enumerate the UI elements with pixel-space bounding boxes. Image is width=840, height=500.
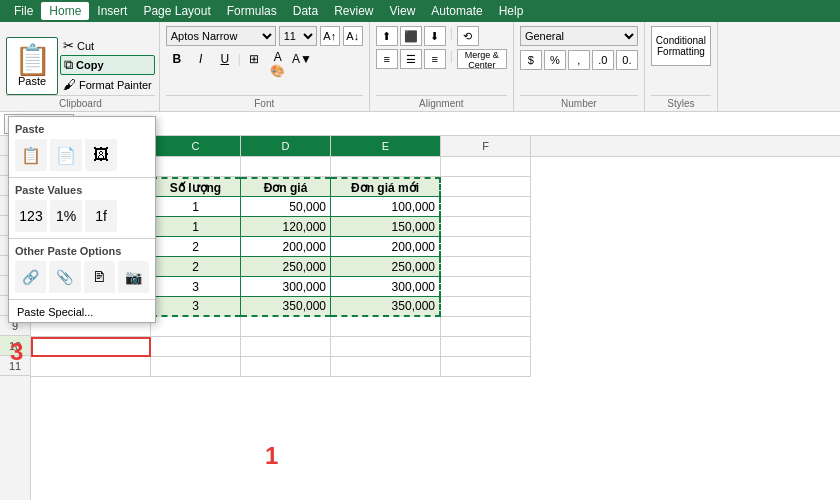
fill-color-button[interactable]: A🎨 <box>267 49 289 69</box>
increase-decimal-button[interactable]: .0 <box>592 50 614 70</box>
cell-B10[interactable] <box>31 337 151 357</box>
paste-option-2[interactable]: 📄 <box>50 139 82 171</box>
paste-values-option-2[interactable]: 1% <box>50 200 82 232</box>
cell-D9[interactable] <box>241 317 331 337</box>
cell-C9[interactable] <box>151 317 241 337</box>
cell-E7[interactable]: 300,000 <box>331 277 441 297</box>
formula-input[interactable] <box>104 114 836 134</box>
other-paste-option-1[interactable]: 🔗 <box>15 261 46 293</box>
cell-C7[interactable]: 3 <box>151 277 241 297</box>
conditional-formatting-button[interactable]: Conditional Formatting <box>651 26 711 66</box>
paste-values-option-3[interactable]: 1f <box>85 200 117 232</box>
paste-button[interactable]: 📋 Paste <box>6 37 58 95</box>
cut-button[interactable]: ✂ Cut <box>60 37 155 54</box>
cell-F10[interactable] <box>441 337 531 357</box>
cell-E6[interactable]: 250,000 <box>331 257 441 277</box>
cell-C2[interactable]: Số lượng <box>151 177 241 197</box>
paste-option-3[interactable]: 🖼 <box>85 139 117 171</box>
align-top-button[interactable]: ⬆ <box>376 26 398 46</box>
menu-insert[interactable]: Insert <box>89 2 135 20</box>
font-size-select[interactable]: 11 <box>279 26 317 46</box>
menu-formulas[interactable]: Formulas <box>219 2 285 20</box>
cell-C4[interactable]: 1 <box>151 217 241 237</box>
menu-data[interactable]: Data <box>285 2 326 20</box>
cell-F6[interactable] <box>441 257 531 277</box>
cell-E5[interactable]: 200,000 <box>331 237 441 257</box>
cell-F7[interactable] <box>441 277 531 297</box>
menu-home[interactable]: Home <box>41 2 89 20</box>
cell-E8[interactable]: 350,000 <box>331 297 441 317</box>
underline-button[interactable]: U <box>214 49 236 69</box>
cell-D5[interactable]: 200,000 <box>241 237 331 257</box>
cell-C10[interactable] <box>151 337 241 357</box>
other-paste-option-2[interactable]: 📎 <box>49 261 80 293</box>
cell-C5[interactable]: 2 <box>151 237 241 257</box>
menu-automate[interactable]: Automate <box>423 2 490 20</box>
other-paste-option-4[interactable]: 📷 <box>118 261 149 293</box>
cell-C3[interactable]: 1 <box>151 197 241 217</box>
menu-help[interactable]: Help <box>491 2 532 20</box>
cell-B11[interactable] <box>31 357 151 377</box>
wrap-text-button[interactable]: ⟲ <box>457 26 479 46</box>
cell-E1[interactable] <box>331 157 441 177</box>
number-format-select[interactable]: General <box>520 26 638 46</box>
cell-E10[interactable] <box>331 337 441 357</box>
other-paste-option-3[interactable]: 🖹 <box>84 261 115 293</box>
border-button[interactable]: ⊞ <box>243 49 265 69</box>
cell-D6[interactable]: 250,000 <box>241 257 331 277</box>
cell-D3[interactable]: 50,000 <box>241 197 331 217</box>
cell-C6[interactable]: 2 <box>151 257 241 277</box>
cell-E11[interactable] <box>331 357 441 377</box>
cell-C1[interactable] <box>151 157 241 177</box>
cell-D2[interactable]: Đơn giá <box>241 177 331 197</box>
menu-file[interactable]: File <box>6 2 41 20</box>
cell-F4[interactable] <box>441 217 531 237</box>
cell-D8[interactable]: 350,000 <box>241 297 331 317</box>
paste-option-1[interactable]: 📋 <box>15 139 47 171</box>
menu-page-layout[interactable]: Page Layout <box>135 2 218 20</box>
font-color-button[interactable]: A▼ <box>291 49 313 69</box>
cell-E3[interactable]: 100,000 <box>331 197 441 217</box>
percent-button[interactable]: % <box>544 50 566 70</box>
increase-font-button[interactable]: A↑ <box>320 26 340 46</box>
cell-F8[interactable] <box>441 297 531 317</box>
cell-C8[interactable]: 3 <box>151 297 241 317</box>
decrease-decimal-button[interactable]: 0. <box>616 50 638 70</box>
paste-values-option-1[interactable]: 123 <box>15 200 47 232</box>
align-left-button[interactable]: ≡ <box>376 49 398 69</box>
cell-E4[interactable]: 150,000 <box>331 217 441 237</box>
cell-D1[interactable] <box>241 157 331 177</box>
cell-E9[interactable] <box>331 317 441 337</box>
copy-button[interactable]: ⧉ Copy <box>60 55 155 75</box>
menu-review[interactable]: Review <box>326 2 381 20</box>
align-right-button[interactable]: ≡ <box>424 49 446 69</box>
font-name-select[interactable]: Aptos Narrow <box>166 26 276 46</box>
annotation-1: 1 <box>265 442 278 470</box>
accounting-button[interactable]: $ <box>520 50 542 70</box>
cell-F11[interactable] <box>441 357 531 377</box>
paste-special-button[interactable]: Paste Special... <box>9 302 155 322</box>
bold-button[interactable]: B <box>166 49 188 69</box>
cell-D11[interactable] <box>241 357 331 377</box>
comma-button[interactable]: , <box>568 50 590 70</box>
align-center-button[interactable]: ☰ <box>400 49 422 69</box>
number-row2: $ % , .0 0. <box>520 50 638 70</box>
align-bottom-button[interactable]: ⬇ <box>424 26 446 46</box>
cell-F1[interactable] <box>441 157 531 177</box>
styles-group: Conditional Formatting Styles <box>645 22 718 111</box>
cell-F3[interactable] <box>441 197 531 217</box>
merge-center-button[interactable]: Merge & Center <box>457 49 507 69</box>
format-painter-button[interactable]: 🖌 Format Painter <box>60 76 155 93</box>
cell-D10[interactable] <box>241 337 331 357</box>
cell-D7[interactable]: 300,000 <box>241 277 331 297</box>
cell-F9[interactable] <box>441 317 531 337</box>
align-middle-button[interactable]: ⬛ <box>400 26 422 46</box>
decrease-font-button[interactable]: A↓ <box>343 26 363 46</box>
italic-button[interactable]: I <box>190 49 212 69</box>
cell-D4[interactable]: 120,000 <box>241 217 331 237</box>
cell-C11[interactable] <box>151 357 241 377</box>
cell-F2[interactable] <box>441 177 531 197</box>
cell-F5[interactable] <box>441 237 531 257</box>
cell-E2[interactable]: Đơn giá mới <box>331 177 441 197</box>
menu-view[interactable]: View <box>382 2 424 20</box>
